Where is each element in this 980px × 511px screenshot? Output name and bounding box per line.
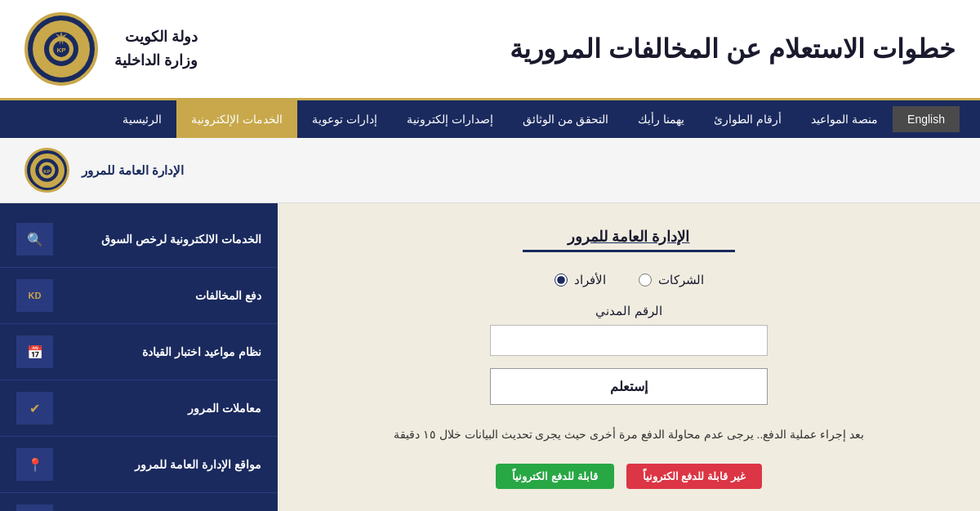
radio-companies[interactable]	[639, 273, 652, 287]
civil-id-input[interactable]	[490, 325, 768, 356]
header-title: خطوات الاستعلام عن المخالفات المرورية	[510, 33, 956, 64]
nav-items: English منصة المواعيد أرقام الطوارئ يهمن…	[108, 100, 968, 138]
sidebar-icon-transactions	[16, 392, 53, 424]
submit-button[interactable]: إستعلم	[490, 368, 768, 405]
radio-individuals-label[interactable]: الأفراد	[555, 273, 606, 287]
kd-icon	[23, 283, 47, 308]
site-header: خطوات الاستعلام عن المخالفات المرورية دو…	[0, 0, 980, 100]
content-area: الإدارة العامة للمرور الشركات الأفراد ال…	[278, 203, 980, 511]
header-text: دولة الكويت وزارة الداخلية	[114, 25, 198, 73]
nav-item-mawaid[interactable]: منصة المواعيد	[796, 100, 893, 138]
sidebar-item-driving-test[interactable]: نظام مواعيد اختبار القيادة	[0, 324, 278, 380]
sidebar-item-transactions[interactable]: معاملات المرور	[0, 380, 278, 437]
sidebar-item-locations[interactable]: مواقع الإدارة العامة للمرور	[0, 437, 278, 493]
sidebar-item-non-kuwaiti[interactable]: شروط منح رخص السوق لغير الكويتيين	[0, 493, 278, 511]
svg-text:KP: KP	[43, 169, 50, 174]
badge-payable: قابلة للدفع الكترونياً	[496, 464, 613, 489]
nav-item-edarat[interactable]: إدارات توعوية	[297, 100, 392, 138]
sidebar-icon-license	[16, 223, 53, 256]
calendar-icon	[23, 340, 47, 364]
location-icon	[23, 452, 47, 477]
sidebar-icon-locations	[16, 448, 53, 481]
site-logo: KP	[24, 12, 98, 86]
nav-item-yohimmona[interactable]: يهمنا رأيك	[623, 100, 699, 138]
badge-not-payable: غير قابلة للدفع الكترونياً	[626, 464, 762, 489]
radio-companies-label[interactable]: الشركات	[639, 273, 704, 287]
sidebar-item-license[interactable]: الخدمات الالكترونية لرخص السوق	[0, 211, 278, 268]
radio-group: الشركات الأفراد	[310, 273, 947, 287]
sidebar-item-violations[interactable]: دفع المخالفات	[0, 268, 278, 324]
form-note: بعد إجراء عملية الدفع.. يرجى عدم محاولة …	[310, 425, 947, 443]
english-button[interactable]: English	[893, 106, 960, 132]
nav-item-khadamat[interactable]: الخدمات الإلكترونية	[176, 100, 297, 138]
nav-item-isdaraat[interactable]: إصدارات إلكترونية	[392, 100, 508, 138]
header-right: دولة الكويت وزارة الداخلية KP	[24, 12, 198, 86]
sidebar-icon-non-kuwaiti	[16, 504, 53, 511]
nav-item-tawaree[interactable]: أرقام الطوارئ	[699, 100, 796, 138]
field-label: الرقم المدني	[310, 304, 947, 318]
badge-row: غير قابلة للدفع الكترونياً قابلة للدفع ا…	[310, 464, 947, 489]
sidebar: الخدمات الالكترونية لرخص السوق دفع المخا…	[0, 203, 278, 511]
form-title-underline	[523, 250, 735, 252]
sub-header-text: الإدارة العامة للمرور	[82, 163, 184, 178]
main-navbar: English منصة المواعيد أرقام الطوارئ يهمن…	[0, 100, 980, 138]
form-title: الإدارة العامة للمرور	[310, 228, 947, 246]
sidebar-icon-violations	[16, 279, 53, 312]
svg-text:KP: KP	[56, 47, 66, 54]
radio-individuals[interactable]	[555, 273, 568, 287]
sub-header-bar: الإدارة العامة للمرور KP	[0, 138, 980, 203]
check-icon	[23, 396, 47, 420]
search-icon	[23, 227, 47, 251]
sub-logo: KP	[24, 148, 69, 193]
sidebar-icon-driving-test	[16, 335, 53, 368]
nav-item-tahaqoq[interactable]: التحقق من الوثائق	[508, 100, 624, 138]
main-container: الإدارة العامة للمرور الشركات الأفراد ال…	[0, 203, 980, 511]
nav-item-raeesiya[interactable]: الرئيسية	[108, 100, 176, 138]
